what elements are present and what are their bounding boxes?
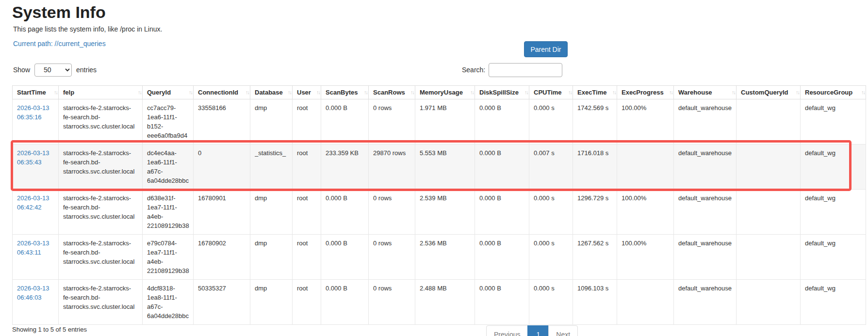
pagination: Previous 1 Next: [486, 325, 578, 336]
column-label: ExecProgress: [622, 89, 664, 96]
cell-execprogress: 100.00%: [617, 190, 674, 235]
column-header-scanbytes[interactable]: ScanBytes↑↓: [321, 86, 369, 99]
column-header-customqueryid[interactable]: CustomQueryId↑↓: [737, 86, 801, 99]
start-time-link[interactable]: 2026-03-1306:35:16: [17, 103, 56, 122]
cell-connectionid: 16780902: [194, 235, 250, 280]
cell-execprogress: [617, 144, 674, 190]
cell-resourcegroup: default_wg: [801, 235, 866, 280]
column-header-execprogress[interactable]: ExecProgress↑↓: [617, 86, 674, 99]
cell-scanbytes: 0.000 B: [321, 99, 369, 144]
page-subtitle: This page lists the system info, like /p…: [13, 25, 162, 33]
search-input[interactable]: [489, 63, 562, 77]
start-time-link[interactable]: 2026-03-1306:43:11: [17, 239, 56, 257]
cell-execprogress: [617, 280, 674, 325]
pagination-page-1[interactable]: 1: [527, 325, 549, 336]
column-header-connectionid[interactable]: ConnectionId↑↓: [194, 86, 250, 99]
start-time-link[interactable]: 2026-03-1306:35:43: [17, 148, 56, 167]
cell-connectionid: 0: [194, 144, 250, 190]
column-label: MemoryUsage: [420, 89, 463, 96]
table-row: 2026-03-1306:46:03starrocks-fe-2.starroc…: [13, 280, 866, 325]
cell-database: dmp: [250, 99, 293, 144]
cell-database: dmp: [250, 190, 293, 235]
column-header-diskspillsize[interactable]: DiskSpillSize↑↓: [475, 86, 529, 99]
cell-user: root: [293, 190, 321, 235]
column-label: Warehouse: [678, 89, 712, 96]
cell-starttime: 2026-03-1306:42:42: [13, 190, 59, 235]
cell-diskspillsize: 0.000 B: [475, 190, 529, 235]
cell-queryid: e79c0784-1ea7-11f1-a4eb-221089129b38: [143, 235, 194, 280]
column-label: ScanBytes: [326, 89, 358, 96]
cell-user: root: [293, 280, 321, 325]
cell-database: dmp: [250, 280, 293, 325]
cell-felp: starrocks-fe-2.starrocks-fe-search.bd-st…: [59, 190, 143, 235]
cell-diskspillsize: 0.000 B: [475, 99, 529, 144]
cell-diskspillsize: 0.000 B: [475, 144, 529, 190]
sort-icon: ↑↓: [612, 89, 616, 95]
cell-warehouse: default_warehouse: [674, 235, 737, 280]
cell-cputime: 0.000 s: [529, 235, 573, 280]
cell-warehouse: default_warehouse: [674, 190, 737, 235]
column-label: felp: [63, 89, 74, 96]
column-header-felp[interactable]: felp↑↓: [59, 86, 143, 99]
cell-exectime: 1267.562 s: [573, 235, 617, 280]
cell-felp: starrocks-fe-2.starrocks-fe-search.bd-st…: [59, 280, 143, 325]
cell-resourcegroup: default_wg: [801, 144, 866, 190]
parent-dir-button[interactable]: Parent Dir: [524, 41, 568, 57]
column-label: ScanRows: [373, 89, 405, 96]
cell-scanbytes: 0.000 B: [321, 190, 369, 235]
page-length-select[interactable]: 50: [34, 64, 72, 77]
current-queries-table: StartTime↑↓felp↑↓QueryId↑↓ConnectionId↑↓…: [12, 85, 866, 325]
pagination-next[interactable]: Next: [548, 325, 578, 336]
cell-execprogress: 100.00%: [617, 99, 674, 144]
column-header-scanrows[interactable]: ScanRows↑↓: [369, 86, 415, 99]
column-header-queryid[interactable]: QueryId↑↓: [143, 86, 194, 99]
cell-scanrows: 0 rows: [369, 280, 415, 325]
cell-user: root: [293, 235, 321, 280]
column-header-cputime[interactable]: CPUTime↑↓: [529, 86, 573, 99]
column-header-warehouse[interactable]: Warehouse↑↓: [674, 86, 737, 99]
table-row: 2026-03-1306:35:43starrocks-fe-2.starroc…: [13, 144, 866, 190]
column-header-memoryusage[interactable]: MemoryUsage↑↓: [415, 86, 475, 99]
cell-user: root: [293, 144, 321, 190]
cell-scanbytes: 0.000 B: [321, 280, 369, 325]
cell-memoryusage: 2.536 MB: [415, 235, 475, 280]
table-row: 2026-03-1306:42:42starrocks-fe-2.starroc…: [13, 190, 866, 235]
start-time-link[interactable]: 2026-03-1306:42:42: [17, 193, 56, 212]
sort-icon: ↑↓: [364, 89, 367, 95]
cell-cputime: 0.000 s: [529, 280, 573, 325]
cell-connectionid: 16780901: [194, 190, 250, 235]
cell-database: _statistics_: [250, 144, 293, 190]
table-row: 2026-03-1306:43:11starrocks-fe-2.starroc…: [13, 235, 866, 280]
cell-customqueryid: [737, 99, 801, 144]
cell-customqueryid: [737, 190, 801, 235]
search-control: Search:: [462, 63, 562, 77]
column-header-exectime[interactable]: ExecTime↑↓: [573, 86, 617, 99]
cell-starttime: 2026-03-1306:43:11: [13, 235, 59, 280]
cell-exectime: 1296.729 s: [573, 190, 617, 235]
cell-diskspillsize: 0.000 B: [475, 280, 529, 325]
column-label: ResourceGroup: [805, 89, 852, 96]
column-header-database[interactable]: Database↑↓: [250, 86, 293, 99]
cell-resourcegroup: default_wg: [801, 280, 866, 325]
pagination-previous[interactable]: Previous: [486, 325, 528, 336]
cell-queryid: d638e31f-1ea7-11f1-a4eb-221089129b38: [143, 190, 194, 235]
cell-scanrows: 0 rows: [369, 190, 415, 235]
column-label: StartTime: [17, 89, 46, 96]
table-row: 2026-03-1306:35:16starrocks-fe-2.starroc…: [13, 99, 866, 144]
column-label: User: [297, 89, 311, 96]
start-time-link[interactable]: 2026-03-1306:46:03: [17, 284, 56, 302]
column-label: Database: [255, 89, 283, 96]
sort-icon: ↑↓: [189, 89, 192, 95]
column-label: QueryId: [147, 89, 171, 96]
column-header-user[interactable]: User↑↓: [293, 86, 321, 99]
column-header-resourcegroup[interactable]: ResourceGroup↑↓: [801, 86, 866, 99]
column-label: DiskSpillSize: [479, 89, 519, 96]
cell-memoryusage: 2.488 MB: [415, 280, 475, 325]
sort-icon: ↑↓: [316, 89, 320, 95]
current-path-link[interactable]: Current path: //current_queries: [13, 40, 106, 48]
cell-customqueryid: [737, 235, 801, 280]
sort-icon: ↑↓: [410, 89, 414, 95]
column-header-starttime[interactable]: StartTime↑↓: [13, 86, 59, 99]
cell-starttime: 2026-03-1306:35:43: [13, 144, 59, 190]
column-label: ConnectionId: [198, 89, 238, 96]
